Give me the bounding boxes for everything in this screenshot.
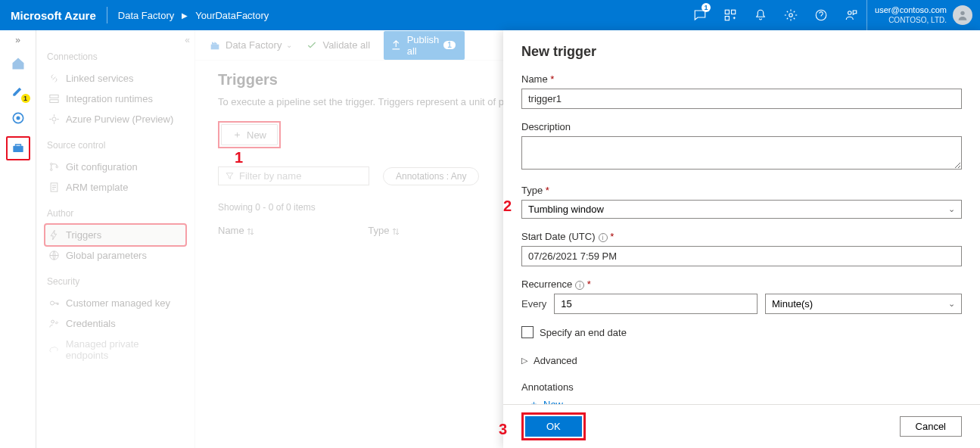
nav-linked-services[interactable]: Linked services <box>45 68 185 89</box>
name-label: Name <box>521 73 962 85</box>
svg-point-8 <box>16 117 20 120</box>
start-date-input[interactable] <box>521 246 962 266</box>
info-icon[interactable]: i <box>575 281 584 290</box>
svg-rect-10 <box>50 95 58 98</box>
toolbar-data-factory[interactable]: Data Factory ⌄ <box>209 39 292 51</box>
info-icon[interactable]: i <box>599 233 608 242</box>
expand-rail-icon[interactable]: » <box>15 35 20 45</box>
svg-rect-11 <box>50 100 58 103</box>
nav-cmk[interactable]: Customer managed key <box>45 293 185 313</box>
publish-count: 1 <box>443 41 456 49</box>
svg-point-5 <box>848 11 852 15</box>
type-label: Type <box>521 185 962 196</box>
end-date-checkbox-row[interactable]: Specify an end date <box>521 326 962 338</box>
header-actions: 1 user@contoso.com CONTOSO, LTD. <box>685 0 980 30</box>
svg-point-15 <box>56 166 58 168</box>
user-block[interactable]: user@contoso.com CONTOSO, LTD. <box>866 0 980 30</box>
section-security: Security <box>47 276 185 287</box>
feedback-icon[interactable]: 1 <box>685 0 715 30</box>
section-source-control: Source control <box>47 140 185 151</box>
checkbox[interactable] <box>521 326 534 338</box>
avatar <box>953 5 972 25</box>
svg-rect-20 <box>211 44 219 49</box>
svg-point-19 <box>51 320 54 323</box>
svg-rect-9 <box>13 146 23 152</box>
left-rail: » 1 <box>0 30 36 448</box>
add-annotation[interactable]: ＋ New <box>521 397 962 404</box>
svg-rect-0 <box>725 10 729 14</box>
unit-select[interactable]: Minute(s) ⌄ <box>765 294 962 314</box>
nav-triggers[interactable]: Triggers <box>45 225 185 245</box>
name-input[interactable] <box>521 89 962 109</box>
start-label: Start Date (UTC)i <box>521 231 962 242</box>
svg-point-13 <box>51 163 53 166</box>
sort-icon <box>247 228 254 235</box>
col-type[interactable]: Type <box>368 225 400 236</box>
cancel-button[interactable]: Cancel <box>900 416 962 437</box>
gear-icon[interactable] <box>776 0 806 30</box>
step-1: 1 <box>235 149 243 166</box>
recurrence-label: Recurrencei <box>521 278 962 290</box>
step-2: 2 <box>503 198 512 215</box>
section-author: Author <box>47 208 185 219</box>
section-connections: Connections <box>47 51 185 62</box>
bell-icon[interactable] <box>745 0 776 30</box>
every-label: Every <box>521 298 546 310</box>
side-panel: « Connections Linked services Integratio… <box>36 30 195 448</box>
ok-button[interactable]: OK <box>525 416 582 437</box>
author-badge: 1 <box>21 94 30 103</box>
brand[interactable]: Microsoft Azure <box>0 9 107 22</box>
sort-icon <box>392 228 400 235</box>
user-org: CONTOSO, LTD. <box>875 15 947 25</box>
rail-author[interactable]: 1 <box>6 79 30 103</box>
pane-footer: OK Cancel <box>503 404 980 448</box>
pane-title: New trigger <box>521 44 962 60</box>
chevron-right-icon: ▶ <box>182 11 188 20</box>
nav-git-config[interactable]: Git configuration <box>45 157 185 177</box>
person-feedback-icon[interactable] <box>836 0 866 30</box>
plus-icon: ＋ <box>232 128 242 142</box>
crumb-data-factory[interactable]: Data Factory <box>118 10 174 21</box>
help-icon[interactable] <box>806 0 836 30</box>
ok-button-highlight: OK <box>521 412 586 440</box>
new-trigger-button[interactable]: ＋ New <box>221 124 278 145</box>
filter-icon <box>225 171 235 181</box>
svg-point-12 <box>52 117 56 121</box>
toolbar-publish[interactable]: Publish all 1 <box>384 31 465 60</box>
azure-header: Microsoft Azure Data Factory ▶ YourDataF… <box>0 0 980 30</box>
desc-input[interactable] <box>521 136 962 170</box>
nav-mpe[interactable]: Managed private endpoints <box>45 334 185 366</box>
svg-point-6 <box>960 11 964 15</box>
chevron-down-icon: ⌄ <box>948 204 955 214</box>
directory-icon[interactable] <box>715 0 745 30</box>
nav-arm-template[interactable]: ARM template <box>45 177 185 198</box>
rail-home[interactable] <box>6 51 30 76</box>
svg-rect-2 <box>725 17 729 20</box>
rail-monitor[interactable] <box>6 106 30 130</box>
new-trigger-wrap: ＋ New <box>218 121 281 148</box>
col-name[interactable]: Name <box>218 225 254 236</box>
toolbar-validate[interactable]: Validate all <box>306 39 370 51</box>
nav-purview[interactable]: Azure Purview (Preview) <box>45 109 185 129</box>
plus-icon: ＋ <box>529 397 539 404</box>
nav-credentials[interactable]: Credentials <box>45 313 185 334</box>
desc-label: Description <box>521 121 962 132</box>
advanced-toggle[interactable]: ▷ Advanced <box>521 355 962 366</box>
chevron-down-icon: ⌄ <box>948 299 955 309</box>
collapse-panel-icon[interactable]: « <box>185 35 190 45</box>
filter-input[interactable]: Filter by name <box>218 166 369 185</box>
chevron-down-icon: ⌄ <box>286 41 292 49</box>
feedback-badge: 1 <box>702 3 711 12</box>
svg-point-14 <box>51 169 53 171</box>
step-3: 3 <box>499 421 507 438</box>
annotations-heading: Annotations <box>521 381 962 393</box>
nav-global-params[interactable]: Global parameters <box>45 245 185 266</box>
rail-manage[interactable] <box>6 136 30 160</box>
every-input[interactable] <box>554 294 758 314</box>
chevron-right-icon: ▷ <box>521 356 527 366</box>
nav-integration-runtimes[interactable]: Integration runtimes <box>45 89 185 109</box>
end-date-label: Specify an end date <box>540 327 627 338</box>
crumb-your-factory[interactable]: YourDataFactory <box>195 10 269 21</box>
type-select[interactable]: Tumbling window ⌄ <box>521 200 962 219</box>
annotations-filter[interactable]: Annotations : Any <box>383 167 479 185</box>
